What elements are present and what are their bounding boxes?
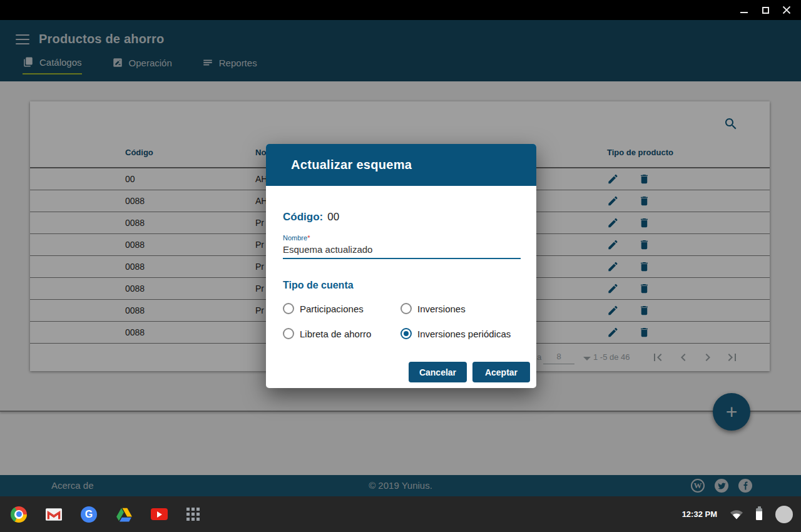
- clock[interactable]: 12:32 PM: [682, 509, 717, 519]
- dialog-title: Actualizar esquema: [291, 158, 412, 172]
- nombre-field-label: Nombre*: [283, 234, 310, 242]
- radio-participaciones[interactable]: Participaciones: [283, 303, 364, 314]
- radio-icon[interactable]: [283, 328, 294, 339]
- app-launcher-icon[interactable]: [186, 508, 200, 521]
- codigo-row: Código:00: [283, 211, 339, 223]
- wifi-icon[interactable]: [730, 509, 743, 519]
- battery-icon[interactable]: [756, 508, 762, 520]
- radio-label: Inversiones: [417, 304, 466, 314]
- required-asterisk: *: [307, 234, 310, 242]
- minimize-icon[interactable]: [740, 6, 748, 14]
- drive-icon[interactable]: [116, 507, 132, 522]
- tipo-cuenta-heading: Tipo de cuenta: [283, 280, 354, 291]
- youtube-icon[interactable]: [151, 508, 168, 520]
- radio-label: Libreta de ahorro: [300, 329, 371, 339]
- google-icon[interactable]: G: [81, 506, 97, 523]
- radio-inversiones-periodicas[interactable]: Inversiones periódicas: [400, 328, 511, 339]
- radio-label: Inversiones periódicas: [417, 329, 511, 339]
- screen: Productos de ahorro Catálogos Operación: [0, 0, 801, 532]
- radio-icon[interactable]: [400, 303, 412, 314]
- close-icon[interactable]: [782, 6, 791, 14]
- chrome-icon[interactable]: [11, 506, 27, 523]
- gmail-icon[interactable]: [46, 508, 62, 521]
- dialog-header: Actualizar esquema: [266, 144, 536, 186]
- radio-libreta-de-ahorro[interactable]: Libreta de ahorro: [283, 328, 371, 339]
- codigo-label: Código:: [283, 211, 323, 223]
- avatar[interactable]: [775, 506, 793, 523]
- update-scheme-dialog: Actualizar esquema Código:00 Nombre* Esq…: [266, 144, 536, 388]
- maximize-icon[interactable]: [761, 6, 770, 14]
- radio-icon[interactable]: [400, 328, 412, 339]
- cancel-button[interactable]: Cancelar: [409, 362, 467, 382]
- dialog-actions: Cancelar Aceptar: [409, 362, 530, 382]
- accept-button[interactable]: Aceptar: [472, 362, 530, 382]
- app-window: Productos de ahorro Catálogos Operación: [0, 20, 801, 496]
- radio-label: Participaciones: [300, 304, 364, 314]
- window-controls: [740, 0, 791, 20]
- radio-inversiones[interactable]: Inversiones: [400, 303, 466, 314]
- radio-icon[interactable]: [283, 303, 294, 314]
- codigo-value: 00: [327, 211, 339, 223]
- system-tray[interactable]: 12:32 PM: [682, 496, 793, 532]
- nombre-input[interactable]: Esquema actualizado: [283, 244, 521, 259]
- taskbar-apps: G: [11, 496, 200, 532]
- taskbar: G 12:32 PM: [0, 496, 801, 532]
- window-titlebar: [0, 0, 801, 20]
